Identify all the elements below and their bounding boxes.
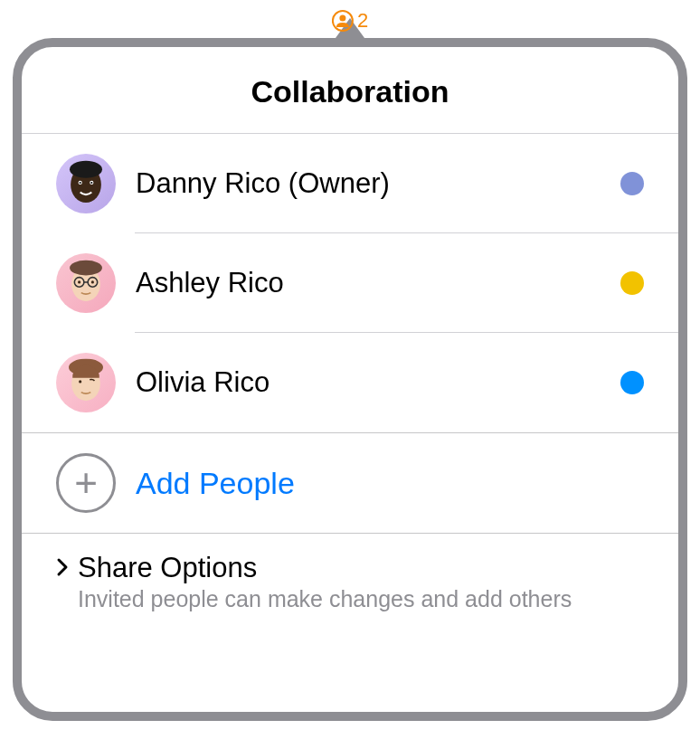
svg-point-13 bbox=[78, 280, 80, 283]
presence-dot bbox=[620, 371, 644, 394]
share-options-title: Share Options bbox=[78, 552, 572, 584]
person-name: Olivia Rico bbox=[116, 366, 620, 399]
collaboration-popover: Collaboration bbox=[13, 38, 687, 721]
collaboration-badge[interactable]: 2 bbox=[332, 9, 368, 33]
person-row[interactable]: Ashley Rico bbox=[22, 233, 678, 333]
popover-arrow-inner bbox=[341, 42, 359, 54]
avatar bbox=[56, 154, 116, 213]
chevron-right-icon bbox=[56, 557, 69, 583]
svg-point-17 bbox=[79, 380, 81, 383]
svg-point-6 bbox=[80, 182, 81, 184]
presence-dot bbox=[620, 271, 644, 295]
people-list: Danny Rico (Owner) bbox=[22, 134, 678, 432]
add-people-label: Add People bbox=[116, 466, 295, 501]
person-badge-icon bbox=[332, 10, 354, 32]
svg-point-3 bbox=[70, 161, 102, 178]
add-people-button[interactable]: + Add People bbox=[22, 433, 678, 533]
share-options-button[interactable]: Share Options Invited people can make ch… bbox=[22, 534, 678, 630]
avatar bbox=[56, 253, 116, 313]
share-options-subtitle: Invited people can make changes and add … bbox=[78, 586, 572, 612]
plus-icon: + bbox=[56, 453, 116, 513]
avatar bbox=[56, 353, 116, 412]
person-row[interactable]: Danny Rico (Owner) bbox=[22, 134, 678, 233]
person-name: Ashley Rico bbox=[116, 267, 620, 299]
svg-point-1 bbox=[339, 15, 345, 22]
svg-point-14 bbox=[91, 280, 94, 283]
svg-point-9 bbox=[70, 261, 102, 276]
person-name: Danny Rico (Owner) bbox=[116, 167, 620, 200]
presence-dot bbox=[620, 172, 644, 195]
badge-count: 2 bbox=[357, 9, 368, 33]
popover-title: Collaboration bbox=[22, 47, 678, 134]
svg-point-7 bbox=[90, 182, 92, 184]
person-row[interactable]: Olivia Rico bbox=[22, 333, 678, 432]
